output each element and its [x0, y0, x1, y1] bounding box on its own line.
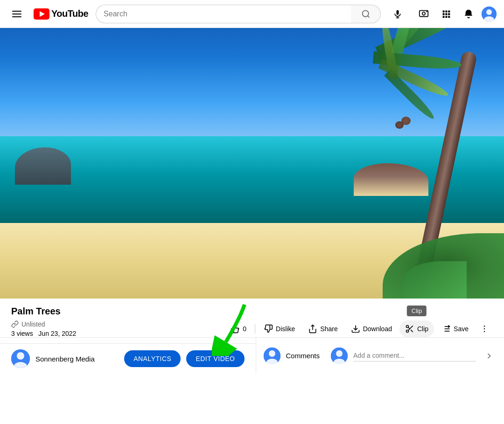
comment-avatar: [264, 348, 280, 364]
video-container: [0, 28, 504, 299]
like-button[interactable]: 0: [225, 320, 252, 337]
unlisted-text: Unlisted: [21, 320, 45, 328]
apps-button[interactable]: [437, 5, 455, 23]
dislike-button[interactable]: Dislike: [258, 320, 301, 337]
video-title: Palm Trees: [11, 306, 493, 317]
comments-label: Comments: [286, 352, 320, 360]
palm-leaves: [355, 28, 504, 140]
svg-point-11: [422, 12, 425, 14]
svg-rect-2: [12, 16, 21, 17]
avatar-icon: [482, 7, 497, 21]
header-left: YouTube: [7, 5, 88, 23]
svg-point-28: [406, 330, 408, 333]
menu-button[interactable]: [7, 5, 26, 23]
svg-point-38: [484, 326, 485, 327]
comments-section: Comments: [256, 338, 504, 374]
save-icon: [441, 324, 451, 334]
commenter-avatar-icon: [331, 348, 348, 364]
create-button[interactable]: [414, 5, 433, 23]
chevron-right-icon: [484, 351, 494, 361]
download-icon: [351, 324, 360, 334]
comment-user-icon: [264, 348, 280, 364]
commenter-avatar: [331, 348, 348, 364]
hamburger-icon: [12, 9, 21, 19]
channel-avatar[interactable]: [11, 349, 30, 368]
download-button[interactable]: Download: [345, 320, 398, 337]
create-icon: [419, 9, 429, 19]
youtube-logo-text: YouTube: [51, 8, 88, 19]
more-button[interactable]: [476, 320, 493, 337]
bell-icon: [463, 9, 474, 19]
svg-rect-7: [397, 10, 399, 14]
video-meta-left: Unlisted 3 views Jun 23, 2022: [11, 320, 76, 337]
more-icon: [480, 324, 489, 334]
views: 3 views: [11, 330, 33, 337]
edit-video-button[interactable]: EDIT VIDEO: [186, 350, 244, 367]
bottom-row: Sonnenberg Media ANALYTICS EDIT VIDEO Co…: [0, 337, 504, 374]
svg-point-49: [336, 350, 343, 357]
upload-date: Jun 23, 2022: [38, 330, 76, 337]
svg-point-5: [362, 10, 368, 16]
svg-line-12: [427, 11, 428, 12]
video-player[interactable]: [0, 28, 504, 299]
youtube-logo-icon: [34, 8, 49, 20]
island-left: [15, 147, 71, 185]
svg-point-23: [486, 9, 492, 15]
youtube-logo[interactable]: YouTube: [34, 8, 88, 20]
dislike-label: Dislike: [276, 325, 295, 333]
comment-input[interactable]: [353, 350, 476, 361]
views-date: 3 views Jun 23, 2022: [11, 330, 76, 337]
share-icon: [308, 324, 317, 334]
notifications-button[interactable]: [459, 5, 478, 23]
svg-rect-14: [445, 10, 447, 12]
clip-label: Clip: [417, 325, 428, 333]
svg-rect-20: [445, 16, 447, 18]
svg-rect-0: [12, 11, 21, 12]
svg-point-27: [406, 326, 408, 328]
coconut2: [395, 121, 404, 129]
svg-rect-15: [448, 10, 450, 12]
mic-icon: [393, 9, 402, 19]
svg-rect-17: [445, 13, 447, 15]
analytics-button[interactable]: ANALYTICS: [124, 350, 181, 367]
svg-rect-19: [443, 16, 445, 18]
svg-rect-1: [12, 14, 21, 14]
svg-rect-13: [443, 10, 445, 12]
video-info-section: Palm Trees Unlisted 3 views Jun 23, 2022: [0, 299, 504, 337]
header-right: [414, 5, 497, 23]
header: YouTube: [0, 0, 504, 28]
svg-point-40: [484, 331, 485, 333]
search-bar: [96, 5, 381, 23]
clip-button-wrapper: Clip Clip: [399, 320, 434, 337]
like-count: 0: [243, 325, 246, 333]
save-button[interactable]: Save: [436, 320, 474, 337]
svg-rect-16: [443, 13, 445, 15]
search-button[interactable]: [351, 5, 381, 23]
save-label: Save: [454, 325, 469, 333]
search-icon: [361, 9, 371, 19]
avatar-button[interactable]: [482, 7, 497, 21]
channel-row: Sonnenberg Media ANALYTICS EDIT VIDEO: [0, 343, 256, 374]
svg-line-6: [367, 15, 369, 17]
svg-rect-21: [448, 16, 450, 18]
like-divider: [255, 324, 255, 334]
video-meta-row: Unlisted 3 views Jun 23, 2022 0: [11, 320, 493, 337]
channel-name: Sonnenberg Media: [35, 355, 119, 363]
mic-button[interactable]: [388, 5, 407, 23]
svg-rect-18: [448, 13, 450, 15]
apps-icon: [441, 9, 451, 19]
svg-line-31: [408, 327, 410, 329]
share-button[interactable]: Share: [302, 320, 343, 337]
channel-avatar-icon: [11, 349, 30, 368]
link-icon: [11, 320, 19, 328]
chevron-right-button[interactable]: [482, 348, 497, 363]
search-input[interactable]: [96, 5, 351, 23]
svg-point-39: [484, 328, 485, 330]
svg-point-46: [269, 350, 275, 357]
download-label: Download: [363, 325, 392, 333]
action-buttons: 0 Dislike Share: [225, 320, 493, 337]
clip-button[interactable]: Clip: [399, 320, 434, 337]
share-label: Share: [320, 325, 337, 333]
svg-point-43: [17, 352, 24, 360]
svg-line-30: [411, 330, 413, 332]
